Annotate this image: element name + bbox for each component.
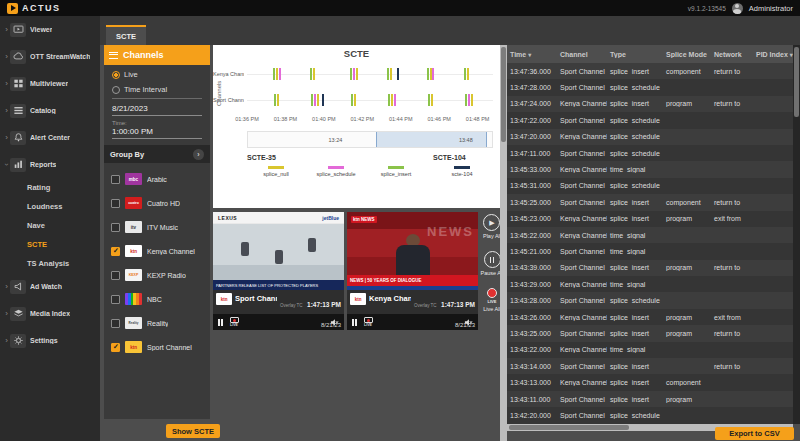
table-cell: return to: [711, 264, 753, 271]
table-row[interactable]: 13:43:14.000Sport Channelsplice_insertre…: [507, 358, 793, 374]
live-radio[interactable]: [112, 71, 120, 79]
pause-icon[interactable]: [352, 319, 357, 326]
live-button[interactable]: LIVE: [364, 317, 373, 328]
table-row[interactable]: 13:43:26.000Kenya Channelsplice_insertpr…: [507, 309, 793, 325]
sidebar-item-settings[interactable]: ›Settings: [0, 327, 100, 354]
player-figure: [241, 242, 249, 256]
table-row[interactable]: 13:45:33.000Kenya Channeltime_signal: [507, 161, 793, 177]
pause-icon[interactable]: [218, 319, 223, 326]
table-row[interactable]: 13:47:11.000Sport Channelsplice_schedule: [507, 145, 793, 161]
column-header-pid-index[interactable]: PID Index ▾: [753, 51, 793, 58]
column-header-time[interactable]: Time ▾: [507, 51, 557, 58]
channel-checkbox[interactable]: [111, 271, 120, 280]
bell-icon: [10, 131, 26, 145]
channel-checkbox[interactable]: [111, 319, 120, 328]
sidebar-item-multiviewer[interactable]: ›Multiviewer: [0, 70, 100, 97]
sidebar-item-reports[interactable]: ›Reports: [0, 151, 100, 178]
sidebar-item-loudness[interactable]: Loudness: [0, 197, 100, 216]
table-row[interactable]: 13:45:22.000Kenya Channeltime_signal: [507, 227, 793, 243]
legend-scte35-title: SCTE-35: [247, 154, 276, 161]
live-all-button[interactable]: LIVE Live All: [483, 288, 500, 312]
table-row[interactable]: 13:45:21.000Sport Channeltime_signal: [507, 243, 793, 259]
mute-icon[interactable]: [330, 318, 339, 327]
chart-row-label: Sport Channel: [213, 97, 244, 103]
table-row[interactable]: 13:43:13.000Kenya Channelsplice_insertco…: [507, 374, 793, 390]
middle-scrollbar[interactable]: [500, 45, 507, 441]
sort-arrow-icon: ▾: [528, 52, 531, 58]
table-row[interactable]: 13:43:29.000Kenya Channeltime_signal: [507, 276, 793, 292]
group-by-button[interactable]: Group By ›: [104, 145, 210, 163]
channel-row-kexp-radio[interactable]: KEXPKEXP Radio: [104, 263, 210, 287]
table-row[interactable]: 13:43:22.000Kenya Channeltime_signal: [507, 342, 793, 358]
video-frame-sport[interactable]: LEXUS jetBlue PARTNERS RELEASE LIST OF P…: [213, 212, 344, 290]
play-all-button[interactable]: ▶ Play All: [483, 214, 501, 239]
video-frame-kenya[interactable]: ktn NEWS NEWS NEWS | 50 YEARS OF DIALOGU…: [347, 212, 478, 290]
channel-checkbox[interactable]: [111, 223, 120, 232]
sidebar-item-scte[interactable]: SCTE: [0, 235, 100, 254]
table-row[interactable]: 13:43:11.000Sport Channelsplice_insertpr…: [507, 391, 793, 407]
sidebar-item-viewer[interactable]: ›Viewer: [0, 16, 100, 43]
column-header-channel[interactable]: Channel: [557, 51, 607, 58]
channel-row-reality[interactable]: RealityReality: [104, 311, 210, 335]
channel-checkbox[interactable]: [111, 199, 120, 208]
channel-checkbox[interactable]: [111, 343, 120, 352]
mute-icon[interactable]: [464, 318, 473, 327]
user-avatar[interactable]: [732, 3, 743, 14]
chart-event-splice_null: [430, 68, 432, 80]
sidebar-item-nave[interactable]: Nave: [0, 216, 100, 235]
sidebar-item-ad-watch[interactable]: ›Ad Watch: [0, 273, 100, 300]
table-row[interactable]: 13:47:28.000Sport Channelsplice_schedule: [507, 79, 793, 95]
video-info-bar: ktn Kenya Channe Overlay TC 1:47:13 PM 8…: [347, 290, 478, 314]
channel-row-cuatro-hd[interactable]: cuatroCuatro HD: [104, 191, 210, 215]
table-cell: splice_schedule: [607, 150, 663, 157]
time-input[interactable]: 1:00:00 PM: [112, 127, 202, 139]
table-cell: Kenya Channel: [557, 281, 607, 288]
table-cell: Sport Channel: [557, 330, 607, 337]
time-label: Time:: [112, 120, 202, 126]
channel-row-kenya-channel[interactable]: ktnKenya Channel: [104, 239, 210, 263]
sidebar-item-rating[interactable]: Rating: [0, 178, 100, 197]
rink-ad-strip: LEXUS jetBlue: [213, 212, 344, 223]
table-row[interactable]: 13:47:24.000Kenya Channelsplice_insertpr…: [507, 96, 793, 112]
channel-row-nbc[interactable]: NBC: [104, 287, 210, 311]
table-vertical-scrollbar[interactable]: [793, 45, 800, 424]
channel-row-sport-channel[interactable]: ktnSport Channel: [104, 335, 210, 359]
table-row[interactable]: 13:45:31.000Sport Channelsplice_schedule: [507, 178, 793, 194]
channel-checkbox[interactable]: [111, 247, 120, 256]
table-row[interactable]: 13:42:20.000Sport Channelsplice_schedule: [507, 407, 793, 423]
chart-event-splice_schedule: [468, 94, 470, 106]
sidebar-item-ts-analysis[interactable]: TS Analysis: [0, 254, 100, 273]
sidebar-item-alert-center[interactable]: ›Alert Center: [0, 124, 100, 151]
ktn-logo: ktn: [216, 293, 232, 305]
column-header-network[interactable]: Network: [711, 51, 753, 58]
username[interactable]: Administrator: [749, 4, 793, 13]
table-row[interactable]: 13:47:22.000Sport Channelsplice_schedule: [507, 112, 793, 128]
channel-checkbox[interactable]: [111, 175, 120, 184]
date-input[interactable]: 8/21/2023: [112, 104, 202, 116]
channel-checkbox[interactable]: [111, 295, 120, 304]
live-button[interactable]: LIVE: [230, 317, 239, 328]
column-header-type[interactable]: Type: [607, 51, 663, 58]
table-cell: 13:47:24.000: [507, 100, 557, 107]
table-row[interactable]: 13:47:20.000Kenya Channelsplice_schedule: [507, 129, 793, 145]
show-scte-button[interactable]: Show SCTE: [166, 424, 220, 438]
chart-brush[interactable]: 13:2413:48: [247, 131, 493, 148]
tab-scte[interactable]: SCTE: [106, 25, 146, 45]
chart-event-splice_null: [317, 94, 319, 106]
table-row[interactable]: 13:43:28.000Sport Channelsplice_schedule: [507, 292, 793, 308]
sidebar-item-ott-streamwatch[interactable]: ›OTT StreamWatch: [0, 43, 100, 70]
table-row[interactable]: 13:45:23.000Kenya Channelsplice_insertpr…: [507, 211, 793, 227]
table-row[interactable]: 13:45:25.000Sport Channelsplice_insertco…: [507, 194, 793, 210]
table-row[interactable]: 13:43:25.000Sport Channelsplice_insertpr…: [507, 325, 793, 341]
sidebar-item-media-index[interactable]: ›Media Index: [0, 300, 100, 327]
table-row[interactable]: 13:43:39.000Sport Channelsplice_insertpr…: [507, 260, 793, 276]
export-to-csv-button[interactable]: Export to CSV: [715, 427, 794, 440]
channel-name: Cuatro HD: [147, 200, 180, 207]
menu-icon[interactable]: [109, 52, 118, 59]
channel-row-itv-music[interactable]: itvITV Music: [104, 215, 210, 239]
column-header-splice-mode[interactable]: Splice Mode: [663, 51, 711, 58]
sidebar-item-catalog[interactable]: ›Catalog: [0, 97, 100, 124]
time-interval-radio[interactable]: [112, 86, 120, 94]
channel-row-arabic[interactable]: mbcArabic: [104, 167, 210, 191]
table-row[interactable]: 13:47:36.000Sport Channelsplice_insertco…: [507, 63, 793, 79]
